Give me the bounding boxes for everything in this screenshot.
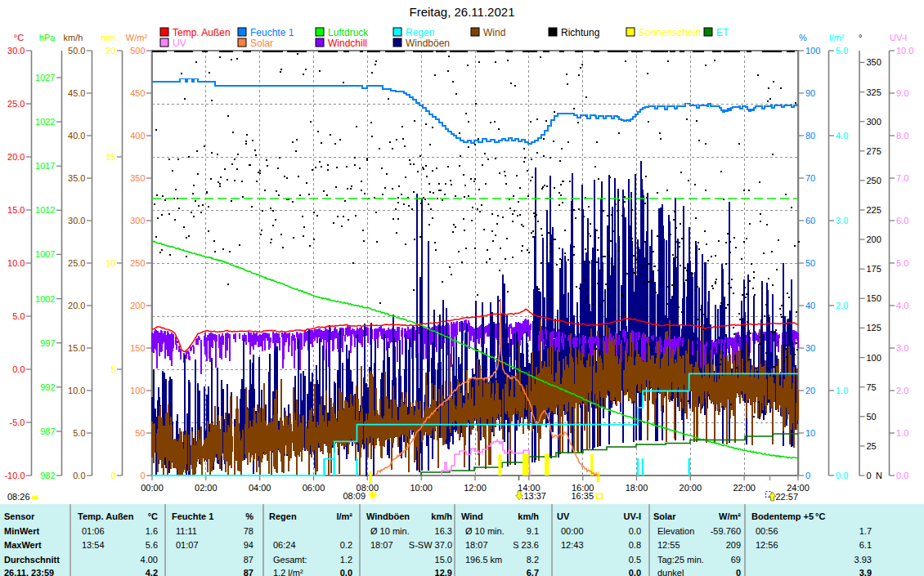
- svg-text:UV: UV: [173, 38, 186, 49]
- svg-text:26.11. 23:59: 26.11. 23:59: [4, 568, 54, 576]
- svg-text:250: 250: [130, 258, 145, 268]
- svg-text:06:24: 06:24: [273, 540, 296, 550]
- svg-text:Windböen: Windböen: [406, 38, 450, 49]
- svg-text:2.0: 2.0: [896, 386, 908, 395]
- svg-text:87: 87: [244, 555, 253, 565]
- svg-text:UV: UV: [557, 511, 570, 521]
- svg-text:25.0: 25.0: [7, 99, 25, 109]
- svg-text:0.0: 0.0: [340, 568, 352, 576]
- svg-text:Bodentemp +5: Bodentemp +5: [751, 511, 814, 521]
- svg-text:350: 350: [130, 173, 145, 183]
- svg-text:6.7: 6.7: [527, 568, 539, 576]
- svg-text:08:09: 08:09: [343, 491, 366, 501]
- svg-text:80: 80: [805, 131, 815, 141]
- svg-text:km/h: km/h: [518, 511, 539, 521]
- svg-text:982: 982: [40, 471, 55, 480]
- svg-text:11:11: 11:11: [176, 526, 197, 536]
- svg-text:1022: 1022: [35, 117, 55, 127]
- svg-text:18:07: 18:07: [465, 540, 488, 550]
- svg-text:5.0: 5.0: [896, 258, 908, 268]
- svg-text:dunkel: dunkel: [657, 568, 684, 576]
- svg-text:100: 100: [130, 386, 145, 395]
- svg-text:15.0: 15.0: [68, 343, 85, 353]
- svg-text:Windchill: Windchill: [328, 38, 367, 49]
- svg-text:4.00: 4.00: [141, 555, 158, 565]
- svg-text:50.0: 50.0: [68, 46, 85, 56]
- svg-text:16:35: 16:35: [571, 491, 594, 501]
- svg-text:Feuchte 1: Feuchte 1: [250, 27, 294, 38]
- svg-text:km/h: km/h: [431, 511, 452, 521]
- svg-text:Ø 10 min.: Ø 10 min.: [465, 526, 505, 536]
- svg-text:Durchschnitt: Durchschnitt: [4, 555, 60, 565]
- svg-text:-59.760: -59.760: [711, 526, 741, 536]
- svg-text:9.1: 9.1: [527, 526, 539, 536]
- svg-text:60: 60: [805, 216, 815, 225]
- svg-text:2.0: 2.0: [836, 301, 848, 310]
- svg-text:km/h: km/h: [64, 33, 83, 42]
- svg-text:l/m²: l/m²: [336, 511, 352, 521]
- svg-text:Solar: Solar: [250, 38, 273, 49]
- svg-text:225: 225: [867, 205, 881, 215]
- svg-text:W/m²: W/m²: [719, 511, 741, 521]
- svg-text:12:56: 12:56: [756, 540, 778, 550]
- svg-text:5.0: 5.0: [836, 46, 848, 56]
- svg-text:450: 450: [130, 88, 145, 98]
- svg-text:1.2 l/m²: 1.2 l/m²: [273, 568, 303, 576]
- svg-text:20.0: 20.0: [7, 152, 25, 162]
- svg-text:00:56: 00:56: [756, 526, 778, 536]
- svg-text:45.0: 45.0: [68, 88, 85, 98]
- svg-text:25: 25: [867, 441, 877, 451]
- svg-text:0.0: 0.0: [629, 568, 641, 576]
- svg-text:01:07: 01:07: [176, 540, 199, 550]
- svg-text:8.0: 8.0: [896, 131, 908, 141]
- svg-text:300: 300: [130, 216, 145, 225]
- svg-text:30.0: 30.0: [7, 46, 25, 56]
- svg-text:ET: ET: [716, 27, 729, 38]
- svg-text:Ø 10 min.: Ø 10 min.: [370, 526, 410, 536]
- svg-text:0.0: 0.0: [896, 471, 908, 480]
- svg-text:%: %: [245, 511, 253, 521]
- svg-text:8.2: 8.2: [527, 555, 539, 565]
- svg-text:1.0: 1.0: [836, 386, 848, 395]
- svg-text:°C: °C: [148, 511, 158, 521]
- svg-text:40: 40: [805, 301, 815, 310]
- svg-text:50: 50: [867, 412, 877, 422]
- svg-text:0.0: 0.0: [73, 471, 85, 480]
- svg-text:1017: 1017: [35, 161, 55, 171]
- svg-text:1.7: 1.7: [859, 526, 872, 536]
- svg-text:5.0: 5.0: [12, 311, 25, 321]
- svg-text:00:00: 00:00: [141, 483, 164, 493]
- svg-text:4.0: 4.0: [896, 301, 908, 310]
- svg-text:Luftdruck: Luftdruck: [328, 27, 369, 38]
- svg-text:1.2: 1.2: [340, 555, 352, 565]
- svg-text:209: 209: [726, 540, 741, 550]
- svg-text:Freitag, 26.11.2021: Freitag, 26.11.2021: [410, 5, 515, 19]
- svg-text:18:00: 18:00: [626, 483, 648, 493]
- svg-text:12:00: 12:00: [464, 483, 487, 493]
- svg-text:Regen: Regen: [406, 27, 434, 38]
- svg-text:UV-I: UV-I: [624, 511, 641, 521]
- svg-text:12:43: 12:43: [561, 540, 584, 550]
- svg-text:70: 70: [805, 173, 815, 183]
- svg-text:Solar: Solar: [653, 511, 676, 521]
- svg-text:13:54: 13:54: [82, 540, 105, 550]
- svg-text:275: 275: [867, 146, 881, 156]
- svg-text:25.0: 25.0: [68, 258, 85, 268]
- svg-text:6.1: 6.1: [859, 540, 872, 550]
- svg-text:15: 15: [105, 152, 115, 162]
- svg-text:-5.0: -5.0: [10, 417, 25, 427]
- svg-text:3.9: 3.9: [859, 568, 872, 576]
- svg-text:5: 5: [110, 364, 115, 374]
- svg-text:°: °: [859, 33, 862, 42]
- svg-text:4.0: 4.0: [836, 131, 848, 141]
- svg-text:Tag:25 min.: Tag:25 min.: [657, 555, 704, 565]
- svg-text:7.0: 7.0: [896, 173, 908, 183]
- svg-text:Temp. Außen: Temp. Außen: [78, 511, 134, 521]
- svg-text:20:00: 20:00: [680, 483, 702, 493]
- svg-text:W/m²: W/m²: [126, 33, 148, 42]
- svg-text:3.0: 3.0: [836, 216, 848, 225]
- svg-text:S-SW 37.0: S-SW 37.0: [409, 540, 452, 550]
- svg-text:20.0: 20.0: [68, 301, 85, 310]
- svg-text:10: 10: [105, 258, 115, 268]
- svg-text:1.0: 1.0: [896, 428, 908, 438]
